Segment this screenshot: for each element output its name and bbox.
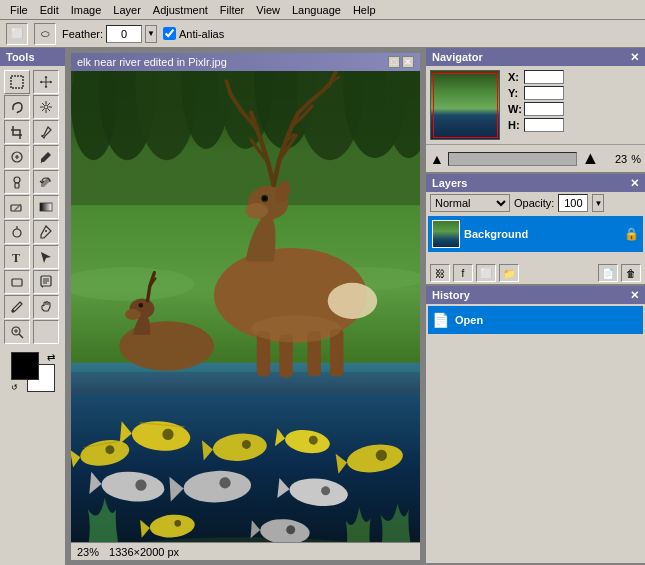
- swap-colors-btn[interactable]: ⇄: [47, 352, 55, 363]
- right-panel: Navigator ✕ X: Y:: [425, 48, 645, 565]
- menu-help[interactable]: Help: [347, 2, 382, 18]
- antialias-text: Anti-alias: [179, 28, 224, 40]
- antialias-checkbox[interactable]: [163, 27, 176, 40]
- menu-image[interactable]: Image: [65, 2, 108, 18]
- menu-layer[interactable]: Layer: [107, 2, 147, 18]
- nav-y-row: Y:: [508, 86, 564, 100]
- svg-rect-16: [40, 203, 52, 211]
- tool-eyedropper-small[interactable]: [33, 120, 59, 144]
- layer-name: Background: [464, 228, 620, 240]
- tool-crop[interactable]: [4, 120, 30, 144]
- toolbar-rect-marquee[interactable]: ⬜: [6, 23, 28, 45]
- tool-brush[interactable]: [33, 145, 59, 169]
- navigator-section: Navigator ✕ X: Y:: [426, 48, 645, 174]
- nav-zoom-slider[interactable]: [448, 152, 578, 166]
- layers-mode-select[interactable]: Normal: [430, 194, 510, 212]
- tool-hand[interactable]: [33, 295, 59, 319]
- svg-point-90: [328, 283, 378, 319]
- layer-group-btn[interactable]: 📁: [499, 264, 519, 282]
- nav-w-label: W:: [508, 103, 520, 115]
- nav-zoom-out-icon[interactable]: ▲: [430, 151, 444, 167]
- tool-eyedropper[interactable]: [4, 295, 30, 319]
- tool-eraser[interactable]: [4, 195, 30, 219]
- svg-line-10: [42, 109, 44, 111]
- navigator-slider-row: ▲ ▲ 23 %: [426, 144, 645, 172]
- layers-toolbar: Normal Opacity: ▼: [426, 192, 645, 214]
- menubar: File Edit Image Layer Adjustment Filter …: [0, 0, 645, 20]
- navigator-preview: [430, 70, 500, 140]
- history-row-open[interactable]: 📄 Open: [428, 306, 643, 334]
- svg-point-94: [125, 309, 141, 320]
- tool-lasso[interactable]: [4, 95, 30, 119]
- menu-view[interactable]: View: [250, 2, 286, 18]
- tool-gradient[interactable]: [33, 195, 59, 219]
- history-close-btn[interactable]: ✕: [630, 289, 639, 302]
- layer-delete-btn[interactable]: 🗑: [621, 264, 641, 282]
- layer-mask-btn[interactable]: ⬜: [476, 264, 496, 282]
- tool-empty: [33, 320, 59, 344]
- foreground-color-swatch[interactable]: [11, 352, 39, 380]
- canvas-statusbar: 23% 1336×2000 px: [71, 542, 420, 560]
- svg-point-82: [246, 203, 269, 219]
- tool-zoom[interactable]: [4, 320, 30, 344]
- tool-path-select[interactable]: [33, 245, 59, 269]
- layer-effects-btn[interactable]: f: [453, 264, 473, 282]
- canvas-zoom: 23%: [77, 546, 99, 558]
- history-section: History ✕ 📄 Open: [426, 286, 645, 565]
- feather-input[interactable]: [106, 25, 142, 43]
- color-swatch: ⇄ ↺: [11, 352, 55, 392]
- layers-list: Background 🔒: [426, 214, 645, 262]
- tool-pen[interactable]: [33, 220, 59, 244]
- feather-text: Feather:: [62, 28, 103, 40]
- menu-edit[interactable]: Edit: [34, 2, 65, 18]
- tool-notes[interactable]: [33, 270, 59, 294]
- tool-magic-wand[interactable]: [33, 95, 59, 119]
- layers-close-btn[interactable]: ✕: [630, 177, 639, 190]
- svg-point-92: [119, 321, 214, 371]
- tool-type[interactable]: T: [4, 245, 30, 269]
- history-list: 📄 Open: [426, 304, 645, 563]
- menu-filter[interactable]: Filter: [214, 2, 250, 18]
- tool-shape[interactable]: [4, 270, 30, 294]
- tool-move[interactable]: [33, 70, 59, 94]
- nav-y-value: [524, 86, 564, 100]
- menu-file[interactable]: File: [4, 2, 34, 18]
- layer-new-btn[interactable]: 📄: [598, 264, 618, 282]
- svg-line-8: [48, 109, 50, 111]
- nav-h-row: H:: [508, 118, 564, 132]
- layers-opacity-input[interactable]: [558, 194, 588, 212]
- layers-opacity-arrow[interactable]: ▼: [592, 194, 604, 212]
- svg-point-95: [139, 303, 144, 308]
- svg-rect-20: [12, 279, 22, 286]
- canvas-restore-btn[interactable]: □: [388, 56, 400, 68]
- layer-link-btn[interactable]: ⛓: [430, 264, 450, 282]
- navigator-close-btn[interactable]: ✕: [630, 51, 639, 64]
- svg-point-17: [13, 229, 21, 237]
- tool-stamp[interactable]: [4, 170, 30, 194]
- tool-dodge[interactable]: [4, 220, 30, 244]
- reset-colors-btn[interactable]: ↺: [11, 383, 18, 392]
- layer-row-background[interactable]: Background 🔒: [428, 216, 643, 252]
- tool-spot-heal[interactable]: [4, 145, 30, 169]
- toolbar-ellipse-marquee[interactable]: ⬭: [34, 23, 56, 45]
- antialias-label[interactable]: Anti-alias: [163, 27, 224, 40]
- layer-thumbnail: [432, 220, 460, 248]
- toolbar: ⬜ ⬭ Feather: ▼ Anti-alias: [0, 20, 645, 48]
- main-layout: Tools: [0, 48, 645, 565]
- navigator-info: X: Y: W: H:: [508, 70, 564, 132]
- feather-arrow[interactable]: ▼: [145, 25, 157, 43]
- nav-zoom-unit: %: [631, 153, 641, 165]
- svg-rect-14: [15, 183, 19, 188]
- canvas-image: [71, 71, 420, 542]
- canvas-close-btn[interactable]: ✕: [402, 56, 414, 68]
- layers-section: Layers ✕ Normal Opacity: ▼ Background 🔒: [426, 174, 645, 286]
- tool-marquee-rect[interactable]: [4, 70, 30, 94]
- layers-opacity-label: Opacity:: [514, 197, 554, 209]
- nav-y-label: Y:: [508, 87, 520, 99]
- tool-history-brush[interactable]: [33, 170, 59, 194]
- history-open-icon: 📄: [432, 312, 449, 328]
- menu-language[interactable]: Language: [286, 2, 347, 18]
- nav-zoom-in-icon[interactable]: ▲: [581, 148, 599, 169]
- menu-adjustment[interactable]: Adjustment: [147, 2, 214, 18]
- navigator-preview-box: [433, 73, 498, 138]
